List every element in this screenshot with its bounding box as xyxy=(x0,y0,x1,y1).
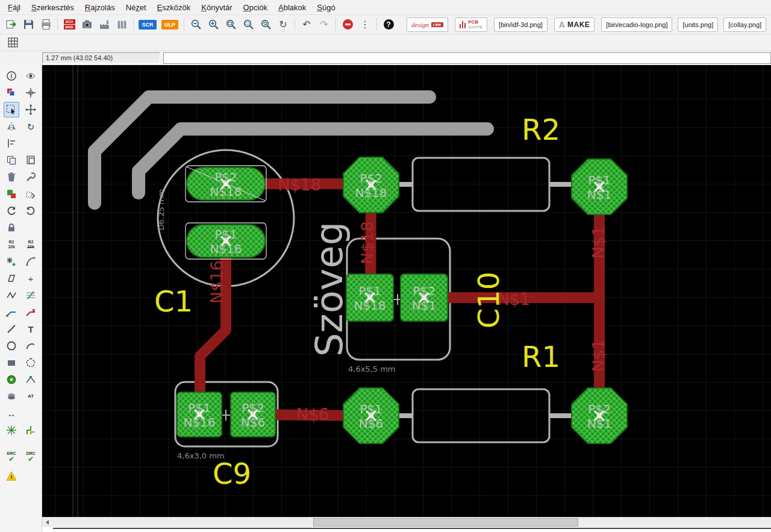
refresh-button[interactable]: ↻ xyxy=(275,17,291,33)
info-tool-button[interactable]: i xyxy=(4,68,19,84)
zoom-in-button[interactable] xyxy=(205,17,221,33)
autoroute-tool-button[interactable] xyxy=(23,422,39,438)
copy-tool-button[interactable] xyxy=(4,152,19,168)
display-layers-button[interactable] xyxy=(4,85,19,101)
svg-text:N$6: N$6 xyxy=(296,405,329,424)
eagle-board-editor: Fájl Szerkesztés Rajzolás Nézet Eszközök… xyxy=(0,0,771,532)
delete-tool-button[interactable] xyxy=(4,169,19,185)
replace-tool-button[interactable] xyxy=(23,186,39,202)
schbrd-button[interactable]: SCHBRD xyxy=(61,17,77,33)
make-button[interactable]: A MAKE xyxy=(554,17,595,32)
toolbar-separator xyxy=(295,18,295,31)
signal-tool-button[interactable] xyxy=(4,287,19,303)
value-tool-button[interactable]: R210k xyxy=(23,237,39,252)
cut-tool-button[interactable] xyxy=(4,203,19,219)
polygon-tool-button[interactable] xyxy=(23,355,39,371)
vertex-tool-button[interactable] xyxy=(23,372,39,387)
lock-tool-button[interactable] xyxy=(4,220,19,236)
redo-button[interactable]: ↷ xyxy=(316,17,332,33)
show-tool-button[interactable] xyxy=(23,68,39,84)
menu-fajl[interactable]: Fájl xyxy=(2,1,26,14)
overflow-dots-icon: ⋮ xyxy=(360,20,370,30)
scroll-left-button[interactable] xyxy=(42,518,52,527)
rect-tool-button[interactable] xyxy=(4,355,19,371)
layer-color-button[interactable] xyxy=(4,186,19,202)
paste-tool-button[interactable] xyxy=(23,152,39,168)
menu-sugo[interactable]: Súgó xyxy=(311,1,340,14)
menu-ablakok[interactable]: Ablakok xyxy=(273,1,311,14)
zoom-select-button[interactable] xyxy=(240,17,256,33)
ulp-button[interactable]: ULP xyxy=(160,17,180,33)
attribute-tool-button[interactable]: AT xyxy=(23,389,39,404)
crosshair-tool-button[interactable]: + xyxy=(23,271,39,286)
split-tool-button[interactable] xyxy=(4,271,19,286)
menu-konyvtar[interactable]: Könyvtár xyxy=(196,1,237,14)
menu-opciok[interactable]: Opciók xyxy=(238,1,273,14)
circle-tool-button[interactable] xyxy=(4,338,19,354)
image-export-button[interactable] xyxy=(79,17,95,33)
menu-szerkesztes[interactable]: Szerkesztés xyxy=(26,1,80,14)
save-button[interactable] xyxy=(20,17,36,33)
attribute-icon: AT xyxy=(28,394,34,399)
command-input[interactable] xyxy=(163,52,771,64)
pcb-drawing[interactable]: P$2N$18 P$1N$16 P$2N$18 P$1N$1 P$1N$18 P… xyxy=(42,65,771,517)
ratsnest-tool-button[interactable] xyxy=(4,422,19,438)
export-icon xyxy=(5,19,17,30)
smd-tool-button[interactable] xyxy=(4,389,19,404)
svg-text:P$1: P$1 xyxy=(188,401,211,415)
stop-button[interactable] xyxy=(340,17,355,33)
ratsnest-wires-button[interactable] xyxy=(23,287,39,303)
undo-button[interactable]: ↶ xyxy=(299,17,314,33)
rotate-tool-button[interactable]: ↻ xyxy=(23,119,39,134)
scroll-left-icon xyxy=(46,520,49,525)
route-tool-button[interactable] xyxy=(4,304,19,320)
export-button[interactable] xyxy=(3,17,19,33)
fab-button[interactable] xyxy=(96,17,112,33)
overflow-button[interactable]: ⋮ xyxy=(357,17,373,33)
arc-tool-button[interactable] xyxy=(23,338,39,354)
scrollbar-thumb[interactable] xyxy=(313,518,578,527)
board-canvas[interactable]: P$2N$18 P$1N$16 P$2N$18 P$1N$1 P$1N$18 P… xyxy=(42,65,771,517)
text-tool-button[interactable]: T xyxy=(23,321,39,337)
move-tool-button[interactable] xyxy=(23,102,39,117)
erc-button[interactable]: ERC✔ xyxy=(4,448,19,467)
scr-button[interactable]: SCR xyxy=(137,17,158,33)
designlink-button[interactable]: design LINK xyxy=(407,17,448,32)
columns-button[interactable] xyxy=(114,17,130,33)
mirror-tool-button[interactable] xyxy=(4,119,19,134)
name-tool-button[interactable]: R210k xyxy=(4,237,19,252)
help-button[interactable]: ? xyxy=(381,17,396,33)
zoom-out-button[interactable] xyxy=(188,17,204,33)
zoom-fit-button[interactable] xyxy=(223,17,239,33)
ripup-tool-button[interactable] xyxy=(23,304,39,320)
drc-button[interactable]: DRC✔ xyxy=(23,448,39,467)
align-tool-button[interactable] xyxy=(4,136,19,151)
menu-rajzolas[interactable]: Rajzolás xyxy=(80,1,120,14)
wire-tool-button[interactable] xyxy=(4,321,19,337)
units-button[interactable]: [units.png] xyxy=(678,17,718,32)
horizontal-scrollbar[interactable] xyxy=(42,517,771,527)
ecadio-button[interactable]: [bin/ecadio-logo.png] xyxy=(601,17,672,32)
idf3d-button[interactable]: [bin/idf-3d.png] xyxy=(494,17,548,32)
menu-nezet[interactable]: Nézet xyxy=(120,1,152,14)
svg-text:C1: C1 xyxy=(154,284,193,318)
gateswap-tool-button[interactable] xyxy=(23,203,39,219)
grid-button[interactable] xyxy=(5,35,20,51)
pcbquote-button[interactable]: PCB QUOTE xyxy=(455,17,487,32)
menu-eszkozok[interactable]: Eszközök xyxy=(152,1,196,14)
mark-tool-button[interactable] xyxy=(23,85,39,101)
eye-icon xyxy=(25,70,36,81)
select-tool-button[interactable] xyxy=(4,102,19,117)
arc-direction-button[interactable] xyxy=(23,254,39,269)
print-button[interactable] xyxy=(38,17,54,33)
toolbar-separator xyxy=(336,18,336,31)
zoom-redraw-button[interactable] xyxy=(258,17,273,33)
collay-button[interactable]: [collay.png] xyxy=(723,17,766,32)
change-tool-button[interactable] xyxy=(23,169,39,185)
svg-text:P$2: P$2 xyxy=(360,171,382,186)
pinswap-tool-button[interactable]: ↔ xyxy=(4,405,19,421)
errors-button[interactable]: ! xyxy=(4,468,19,484)
smash-tool-button[interactable] xyxy=(4,254,19,269)
silk-text-szoveg[interactable]: Szöveg xyxy=(307,222,351,357)
via-tool-button[interactable] xyxy=(4,372,19,387)
